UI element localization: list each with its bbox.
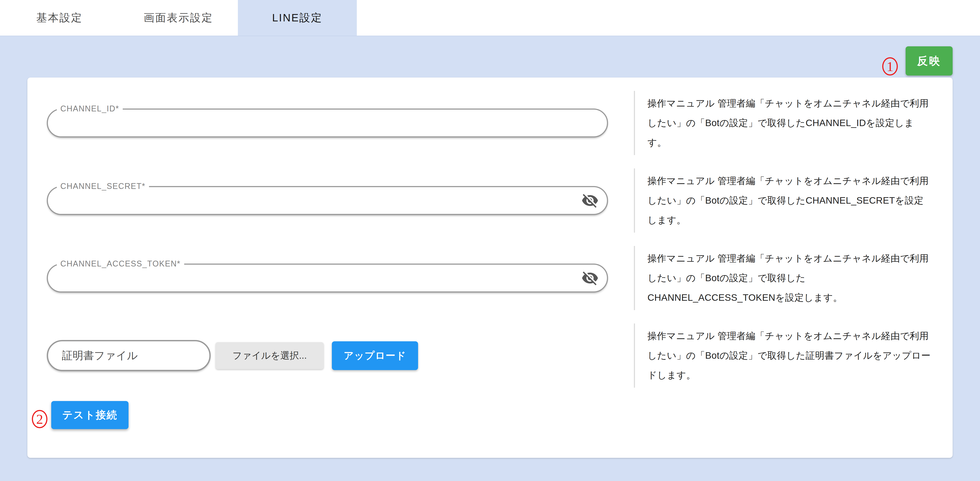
visibility-off-icon	[581, 269, 599, 287]
channel-secret-row: CHANNEL_SECRET* 操作マニュアル 管理者編「チャットをオムニチャネ…	[47, 169, 953, 233]
channel-access-token-field: CHANNEL_ACCESS_TOKEN*	[47, 264, 608, 293]
channel-secret-help-text: 操作マニュアル 管理者編「チャットをオムニチャネル経由で利用したい」の「Botの…	[648, 171, 932, 230]
toolbar: 1 反映	[27, 36, 953, 78]
channel-id-row: CHANNEL_ID* 操作マニュアル 管理者編「チャットをオムニチャネル経由で…	[47, 91, 953, 155]
apply-button[interactable]: 反映	[905, 46, 953, 75]
channel-access-token-input[interactable]	[48, 265, 607, 291]
upload-button[interactable]: アップロード	[332, 341, 418, 370]
certificate-file-help-text: 操作マニュアル 管理者編「チャットをオムニチャネル経由で利用したい」の「Botの…	[648, 326, 932, 385]
test-connection-button[interactable]: テスト接続	[51, 401, 129, 429]
channel-id-help-text: 操作マニュアル 管理者編「チャットをオムニチャネル経由で利用したい」の「Botの…	[648, 94, 932, 152]
annotation-circle-1: 1	[882, 57, 898, 75]
certificate-file-row: 証明書ファイル ファイルを選択... アップロード 操作マニュアル 管理者編「チ…	[47, 323, 953, 388]
channel-secret-input[interactable]	[48, 187, 607, 214]
channel-access-token-row: CHANNEL_ACCESS_TOKEN* 操作マニュアル 管理者編「チャットを…	[47, 246, 953, 310]
visibility-off-icon	[581, 192, 599, 209]
tab-line-settings[interactable]: LINE設定	[238, 0, 357, 36]
channel-access-token-help-text: 操作マニュアル 管理者編「チャットをオムニチャネル経由で利用したい」の「Botの…	[648, 248, 932, 307]
settings-card: CHANNEL_ID* 操作マニュアル 管理者編「チャットをオムニチャネル経由で…	[27, 78, 953, 458]
channel-id-field: CHANNEL_ID*	[47, 108, 608, 137]
certificate-file-label: 証明書ファイル	[62, 349, 138, 363]
choose-file-button[interactable]: ファイルを選択...	[216, 342, 324, 369]
channel-id-input[interactable]	[48, 110, 607, 136]
tab-screen-display-settings[interactable]: 画面表示設定	[119, 0, 238, 36]
settings-tab-bar: 基本設定 画面表示設定 LINE設定	[0, 0, 980, 36]
channel-secret-visibility-toggle[interactable]	[581, 191, 599, 210]
certificate-file-field[interactable]: 証明書ファイル	[47, 340, 211, 371]
tab-basic-settings[interactable]: 基本設定	[0, 0, 119, 36]
line-settings-panel: 1 反映 CHANNEL_ID* 操作マニュアル 管理者編「チャットをオムニチャ…	[0, 36, 980, 481]
annotation-circle-2: 2	[32, 410, 48, 428]
channel-secret-field: CHANNEL_SECRET*	[47, 186, 608, 215]
channel-access-token-visibility-toggle[interactable]	[581, 269, 599, 287]
test-connection-row: 2 テスト接続	[47, 401, 953, 429]
